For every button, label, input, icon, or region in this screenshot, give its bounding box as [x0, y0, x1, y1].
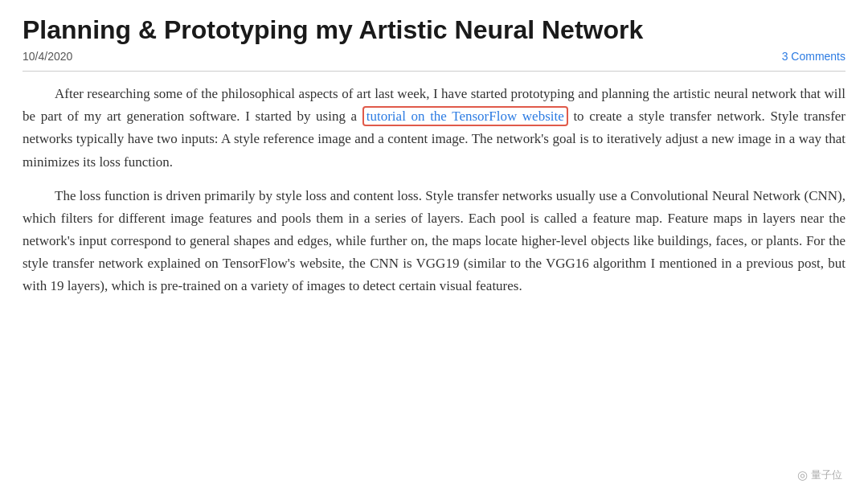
article-comments[interactable]: 3 Comments [782, 50, 845, 63]
page-container: Planning & Prototyping my Artistic Neura… [0, 0, 868, 500]
article-title: Planning & Prototyping my Artistic Neura… [23, 14, 845, 45]
watermark: ◎ 量子位 [797, 468, 842, 482]
paragraph-2: The loss function is driven primarily by… [23, 185, 845, 297]
article-meta: 10/4/2020 3 Comments [23, 50, 845, 72]
tensorflow-tutorial-link[interactable]: tutorial on the TensorFlow website [362, 106, 568, 126]
watermark-icon: ◎ [797, 468, 808, 482]
article-body: After researching some of the philosophi… [23, 83, 845, 297]
article-date: 10/4/2020 [23, 50, 72, 63]
para2-text: The loss function is driven primarily by… [23, 188, 845, 293]
watermark-text: 量子位 [811, 468, 842, 482]
paragraph-1: After researching some of the philosophi… [23, 83, 845, 173]
